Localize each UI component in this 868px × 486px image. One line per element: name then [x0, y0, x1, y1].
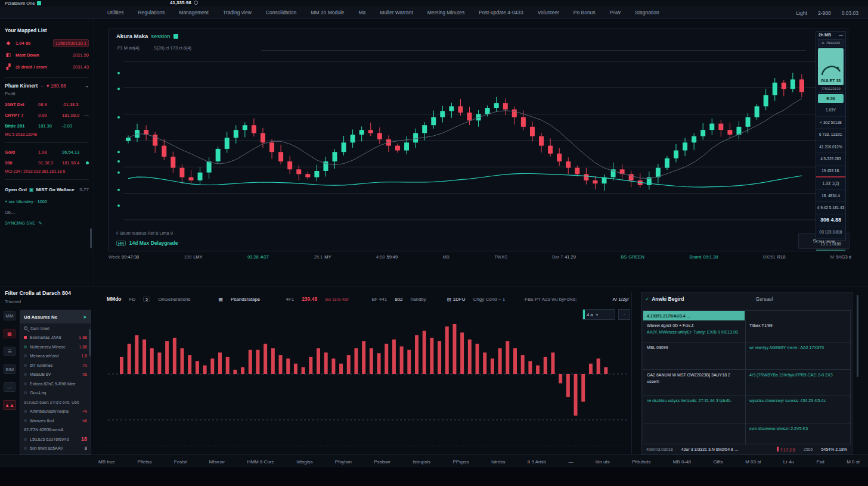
taskbar-item[interactable]: Istrdss — [491, 459, 506, 465]
ladder-row[interactable]: 1.93: 1(2) — [816, 177, 845, 190]
gauge-tile[interactable]: GULET 38 — [818, 48, 844, 85]
taskbar-item[interactable]: II 9 Arisb — [528, 459, 546, 465]
taskbar-item[interactable]: Istrupsls — [413, 459, 430, 465]
position-row[interactable]: Bitde 201181.38-2.03 — [5, 120, 89, 131]
ladder-row[interactable]: 4 9.42 5-181.43 — [816, 202, 845, 214]
taskbar-item[interactable]: M 0 st — [847, 459, 860, 465]
indicator-2[interactable]: S(20) cl 173 cl 8(4) — [154, 45, 191, 51]
ladder-row[interactable]: 4 5-329 283 — [816, 153, 845, 166]
report-row[interactable]: MSL 03099wr rewrtyy AGEB9Y mxrw : AA2 17… — [643, 342, 850, 369]
menu-item[interactable]: MM 20 Module — [311, 10, 344, 15]
taskbar-item[interactable]: MB true — [98, 459, 115, 465]
collapse-icon[interactable]: — — [839, 33, 843, 37]
report-row[interactable]: rw dszbtsu ustyss twrtzvds: 27.31.94 3 t… — [643, 395, 850, 423]
taskbar-item[interactable]: MB 0-48 — [673, 459, 691, 465]
report-text[interactable]: 4r3 (TRWBYBs 19Xr9y/uFPR9 CA2: 2-0 2X3 — [749, 372, 847, 379]
menu-item[interactable]: Ma — [359, 10, 366, 15]
order-item[interactable]: Ob… — [5, 207, 89, 217]
tab-award-report[interactable]: ✓ Anwki Begird — [645, 296, 684, 302]
tools-scrollbar[interactable] — [89, 329, 91, 356]
secondary-symbol[interactable]: MMdo — [107, 296, 122, 302]
ladder-row[interactable]: 18. 4834.4 — [816, 190, 845, 202]
tools-search[interactable]: Dam timet — [20, 323, 91, 333]
menu-item[interactable]: Müller Warrant — [380, 10, 413, 15]
main-candlestick-chart[interactable] — [115, 54, 816, 228]
indicator-1[interactable]: F1 M ad(4) — [117, 45, 140, 51]
send-icon[interactable]: ➤ — [83, 314, 87, 320]
menu-item[interactable]: Po Bonus — [574, 10, 596, 15]
sidebar-scrollbar[interactable] — [90, 228, 92, 248]
taskbar-item[interactable]: PPspss — [452, 459, 469, 465]
ladder-row[interactable]: 13 1 1.0188 — [816, 239, 845, 251]
tools-panel-header[interactable]: Ud Assums Ne ➤ — [20, 310, 91, 323]
market-row[interactable]: 30091.38.3181.98.4 — [5, 157, 89, 168]
menu-item[interactable]: Volunteer — [538, 10, 559, 15]
arrow-right-icon[interactable]: → — [84, 83, 89, 89]
taskbar-item[interactable]: Psslswr — [374, 459, 390, 465]
tab-general[interactable]: Gsrsael — [755, 296, 773, 302]
taskbar-item[interactable]: — — [568, 459, 573, 465]
tool-list-item[interactable]: 62-3'2N 62B36nunsA — [20, 425, 91, 435]
menu-item[interactable]: Stagnation — [635, 10, 659, 15]
action-button[interactable]: E.03 — [818, 94, 844, 103]
menu-item[interactable]: PAW — [610, 10, 621, 15]
positions-header[interactable]: Pham Kinnert – ▾ 180.88 → — [5, 83, 89, 89]
report-row[interactable]: svm dbzwwvu vbvszn 2.2V5 K3 — [643, 423, 850, 445]
tool-list-item[interactable]: St.ruezt 6aen 27rg'd 6v5. U66 — [20, 398, 91, 407]
tool-list-item[interactable]: Extons 82hC 5-R98 Mee — [20, 379, 91, 389]
rail-icon[interactable]: ▦ — [4, 329, 16, 338]
taskbar-item[interactable]: Pfdufsds — [632, 459, 650, 465]
menu-right-item[interactable]: 2-988 — [818, 10, 831, 16]
timeframe-dropdown[interactable]: 4 a ▾ — [582, 309, 615, 320]
taskbar-item[interactable]: Gifts — [713, 459, 723, 465]
menu-item[interactable]: Management — [179, 10, 209, 15]
histogram-chart[interactable] — [104, 324, 632, 449]
watchlist-row[interactable]: ◧Maxt Down2021.50 — [5, 49, 89, 61]
taskbar-item[interactable]: Pfletss — [137, 459, 151, 465]
tool-list-item[interactable]: 6t7 runtimes7x — [20, 361, 91, 370]
rail-icon[interactable]: SIM — [4, 364, 16, 374]
order-item[interactable]: + our biturstey · 1000 — [5, 196, 89, 207]
taskbar-item[interactable]: Lr 4u — [783, 459, 794, 465]
menu-item[interactable]: Trading view — [223, 10, 252, 15]
taskbar-item[interactable]: Pfsylsm — [335, 459, 352, 465]
minimize-icon[interactable]: — — [85, 113, 89, 118]
ladder-row[interactable]: < 302 50138 — [816, 117, 845, 129]
ladder-row[interactable]: 1.03Y — [816, 104, 845, 117]
tool-list-item[interactable]: 6un 6twd ap5AA08 — [20, 444, 91, 453]
menu-item[interactable]: Post-update 4-0433 — [479, 10, 523, 15]
ladder-row[interactable]: 03 123 3.818 — [816, 226, 845, 239]
menu-item[interactable]: Meeting Minutes — [427, 10, 464, 15]
report-scrollbar[interactable] — [857, 295, 858, 377]
tool-list-item[interactable]: Guo-Lnq — [20, 388, 91, 398]
report-text[interactable]: wr rewrtyy AGEB9Y mxrw : AA2 17X3T0 — [749, 345, 847, 351]
taskbar-item[interactable]: Idtsgiss — [296, 459, 312, 465]
rail-icon[interactable]: ☰ — [4, 347, 16, 356]
report-text[interactable]: wysstsu dmwrswyr svrwss: 434.23 4t5.4z — [749, 398, 847, 404]
ladder-row[interactable]: 306 4.88 — [816, 214, 845, 227]
pen-icon[interactable]: ✎ — [38, 220, 42, 226]
taskbar-item[interactable]: Mfsrusr — [209, 459, 225, 465]
report-text[interactable]: AKJY, MWkruss urMyEr: Tundy: EX/B 9 9/E1… — [647, 329, 742, 336]
menu-right-item[interactable]: Light — [796, 10, 807, 16]
report-row[interactable]: GA2 6ANUM W MST GWZ2023B] 3AUY18 2 usser… — [643, 369, 850, 395]
badge-5[interactable]: 5 — [143, 297, 150, 302]
report-text[interactable]: rw dszbtsu ustyss twrtzvds: 27.31.94 3 t… — [647, 398, 742, 404]
menu-item[interactable]: Consolidation — [266, 10, 297, 15]
market-row[interactable]: Gold1.9896.54.13 — [5, 147, 89, 157]
tool-list-item[interactable]: L5tL625 62uT6f69Yd18 — [20, 435, 91, 444]
taskbar-item[interactable]: Idn uts — [596, 459, 610, 465]
watchlist-row[interactable]: ▞@ droid / crom2031.43 — [5, 61, 89, 73]
taskbar-item[interactable]: Fsd — [816, 459, 824, 465]
menu-item[interactable]: Regulations — [138, 10, 165, 15]
selected-report-row[interactable]: 4.19351.2170/AU3.4 … — [643, 311, 745, 320]
ladder-row[interactable]: 6 733. 1232C — [816, 129, 845, 141]
rail-icon[interactable]: ▲▲ — [3, 400, 16, 410]
taskbar-item[interactable]: Foslst — [174, 459, 187, 465]
rail-icon[interactable]: — — [4, 382, 16, 392]
report-row[interactable]: Wbrew dgm3 0D + Fdn:J:AKJY, MWkruss urMy… — [643, 320, 850, 342]
position-row[interactable]: 20GT Del08.9-01.38.3 — [5, 99, 89, 110]
expand-button[interactable]: · — [618, 309, 630, 320]
tool-list-item[interactable]: Meinros wh'znd1.8 — [20, 351, 91, 361]
watchlist-row[interactable]: ◆1.04 de13501530133.1 — [5, 37, 89, 49]
